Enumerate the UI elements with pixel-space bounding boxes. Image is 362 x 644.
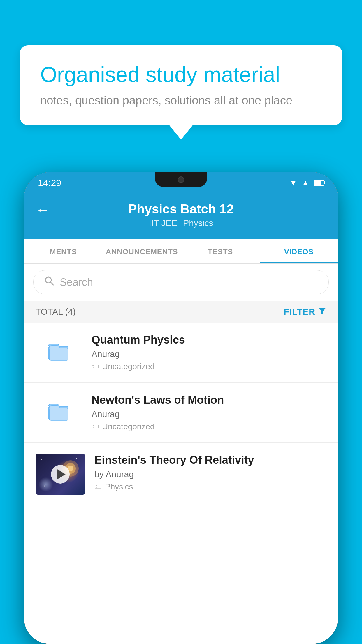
phone-screen: 14:29 ▼ ▲ ← Physics Batch 12 IIT JEE [24, 172, 338, 644]
video-author: by Anurag [94, 469, 326, 479]
tag-label: Uncategorized [102, 422, 155, 431]
video-tag: 🏷 Physics [94, 482, 326, 491]
tag-icon: 🏷 [92, 422, 99, 431]
svg-line-1 [50, 282, 53, 285]
tab-ments[interactable]: MENTS [24, 239, 103, 263]
speech-bubble-card: Organised study material notes, question… [20, 45, 342, 125]
folder-thumb-1 [36, 334, 82, 369]
video-list: Quantum Physics Anurag 🏷 Uncategorized [24, 323, 338, 501]
header-title: Physics Batch 12 [128, 202, 234, 216]
svg-point-12 [38, 477, 39, 477]
camera [178, 176, 184, 183]
folder-icon [46, 398, 72, 424]
filter-bar: TOTAL (4) FILTER [24, 301, 338, 323]
svg-point-10 [76, 458, 77, 459]
status-bar: 14:29 ▼ ▲ [24, 172, 338, 194]
filter-icon [318, 307, 326, 317]
svg-point-13 [44, 486, 45, 487]
video-thumbnail-3 [36, 454, 85, 495]
speech-bubble-arrow [169, 125, 193, 140]
tag-label: Uncategorized [102, 362, 155, 371]
search-container: Search [24, 264, 338, 301]
svg-point-9 [59, 461, 59, 461]
svg-rect-4 [50, 348, 68, 360]
folder-thumb-2 [36, 394, 82, 429]
app-header: ← Physics Batch 12 IIT JEE Physics [24, 194, 338, 239]
play-icon [57, 469, 66, 480]
search-bar[interactable]: Search [33, 270, 329, 294]
svg-point-8 [50, 457, 50, 458]
status-icons: ▼ ▲ [289, 178, 324, 188]
folder-icon [46, 338, 72, 364]
speech-bubble-wrapper: Organised study material notes, question… [20, 45, 342, 140]
svg-point-11 [82, 465, 82, 466]
svg-marker-2 [319, 308, 326, 314]
header-subtitle-physics: Physics [183, 218, 213, 228]
status-time: 14:29 [38, 178, 61, 188]
video-info-3: Einstein's Theory Of Relativity by Anura… [94, 454, 326, 491]
tab-announcements[interactable]: ANNOUNCEMENTS [103, 239, 181, 263]
signal-icon: ▲ [301, 178, 310, 188]
search-icon [44, 276, 55, 289]
video-title: Newton's Laws of Motion [92, 394, 326, 406]
video-author: Anurag [92, 349, 326, 359]
tab-tests[interactable]: TESTS [181, 239, 260, 263]
svg-rect-6 [50, 408, 68, 420]
total-count-label: TOTAL (4) [36, 307, 76, 317]
back-button[interactable]: ← [36, 202, 50, 218]
play-button[interactable] [51, 465, 70, 484]
speech-bubble-subtitle: notes, question papers, solutions all at… [40, 94, 322, 107]
video-info-1: Quantum Physics Anurag 🏷 Uncategorized [92, 334, 326, 371]
video-author: Anurag [92, 409, 326, 419]
video-tag: 🏷 Uncategorized [92, 362, 326, 371]
video-tag: 🏷 Uncategorized [92, 422, 326, 431]
video-title: Quantum Physics [92, 334, 326, 346]
wifi-icon: ▼ [289, 178, 298, 188]
tag-label: Physics [105, 482, 133, 491]
phone-frame: 14:29 ▼ ▲ ← Physics Batch 12 IIT JEE [24, 172, 338, 644]
speech-bubble-title: Organised study material [40, 62, 322, 87]
battery-icon [314, 180, 324, 186]
video-title: Einstein's Theory Of Relativity [94, 454, 326, 466]
header-subtitle-iitjee: IIT JEE [149, 218, 177, 228]
notch [155, 172, 207, 187]
tabs-bar: MENTS ANNOUNCEMENTS TESTS VIDEOS [24, 239, 338, 264]
tag-icon: 🏷 [92, 362, 99, 371]
search-input[interactable]: Search [60, 276, 93, 288]
list-item[interactable]: Einstein's Theory Of Relativity by Anura… [24, 443, 338, 501]
header-subtitle: IIT JEE Physics [149, 218, 213, 228]
filter-label: FILTER [284, 307, 315, 317]
tag-icon: 🏷 [94, 482, 102, 491]
filter-button[interactable]: FILTER [284, 307, 326, 317]
video-info-2: Newton's Laws of Motion Anurag 🏷 Uncateg… [92, 394, 326, 431]
tab-videos[interactable]: VIDEOS [260, 239, 338, 263]
svg-point-7 [41, 459, 42, 460]
list-item[interactable]: Quantum Physics Anurag 🏷 Uncategorized [24, 323, 338, 383]
list-item[interactable]: Newton's Laws of Motion Anurag 🏷 Uncateg… [24, 383, 338, 443]
